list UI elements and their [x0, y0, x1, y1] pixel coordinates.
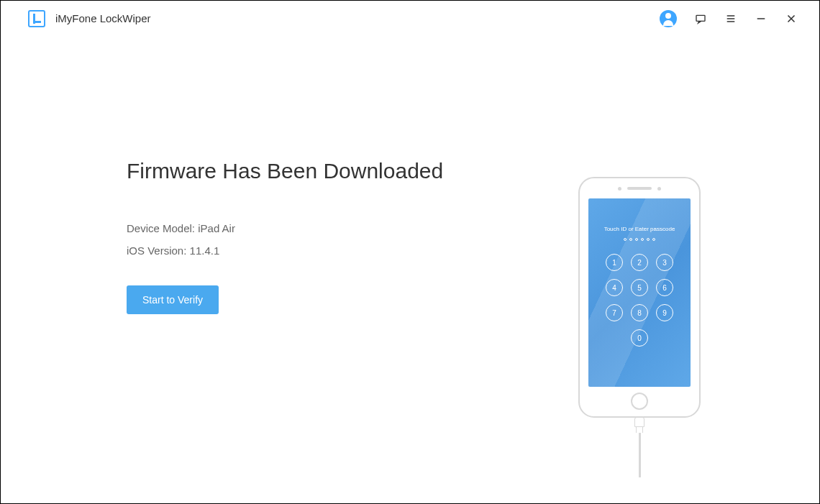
- feedback-icon[interactable]: [694, 12, 707, 25]
- key-3: 3: [656, 254, 673, 271]
- menu-icon[interactable]: [724, 12, 737, 25]
- minimize-icon[interactable]: [755, 12, 767, 25]
- phone-illustration: Touch ID or Eater passcode 1 2 3 4: [578, 177, 701, 418]
- key-2: 2: [631, 254, 648, 271]
- phone-sensor-icon: [657, 187, 661, 191]
- key-5: 5: [631, 279, 648, 296]
- close-icon[interactable]: [785, 12, 798, 25]
- key-1: 1: [606, 254, 623, 271]
- cable-wire-icon: [639, 433, 641, 477]
- ios-version-value: 11.4.1: [190, 244, 220, 257]
- content-area: Firmware Has Been Downloaded Device Mode…: [1, 37, 819, 503]
- page-heading: Firmware Has Been Downloaded: [127, 159, 532, 183]
- app-logo-icon: [28, 10, 45, 27]
- ios-version-row: iOS Version: 11.4.1: [127, 244, 532, 257]
- titlebar-controls: [660, 10, 798, 27]
- keypad: 1 2 3 4 5 6 7 8 9 0: [606, 254, 673, 347]
- dot-icon: [629, 238, 632, 241]
- cable-connector-icon: [634, 417, 644, 427]
- cable-illustration: [634, 417, 644, 477]
- dot-icon: [647, 238, 650, 241]
- titlebar: iMyFone LockWiper: [1, 1, 819, 37]
- svg-rect-0: [696, 15, 705, 21]
- key-9: 9: [656, 304, 673, 321]
- phone-screen: Touch ID or Eater passcode 1 2 3 4: [588, 198, 691, 387]
- key-8: 8: [631, 304, 648, 321]
- left-panel: Firmware Has Been Downloaded Device Mode…: [127, 159, 532, 503]
- phone-camera-icon: [618, 187, 621, 191]
- app-title: iMyFone LockWiper: [55, 12, 151, 24]
- account-icon[interactable]: [660, 10, 677, 27]
- dot-icon: [635, 238, 638, 241]
- device-model-row: Device Model: iPad Air: [127, 222, 532, 234]
- cable-neck-icon: [636, 427, 643, 433]
- ios-version-label: iOS Version:: [127, 244, 186, 257]
- phone-top: [618, 178, 661, 198]
- dot-icon: [641, 238, 644, 241]
- key-7: 7: [606, 304, 623, 321]
- key-4: 4: [606, 279, 623, 296]
- phone-speaker-icon: [627, 187, 652, 190]
- app-window: iMyFone LockWiper: [0, 0, 820, 504]
- dot-icon: [652, 238, 655, 241]
- key-0: 0: [631, 329, 648, 347]
- passcode-dots: [624, 238, 655, 241]
- home-button-icon: [631, 393, 648, 410]
- device-model-label: Device Model:: [127, 222, 195, 234]
- key-6: 6: [656, 279, 673, 296]
- start-verify-button[interactable]: Start to Verify: [127, 285, 219, 314]
- device-model-value: iPad Air: [198, 222, 235, 234]
- touch-id-text: Touch ID or Eater passcode: [604, 226, 675, 232]
- dot-icon: [624, 238, 627, 241]
- right-panel: Touch ID or Eater passcode 1 2 3 4: [532, 159, 747, 503]
